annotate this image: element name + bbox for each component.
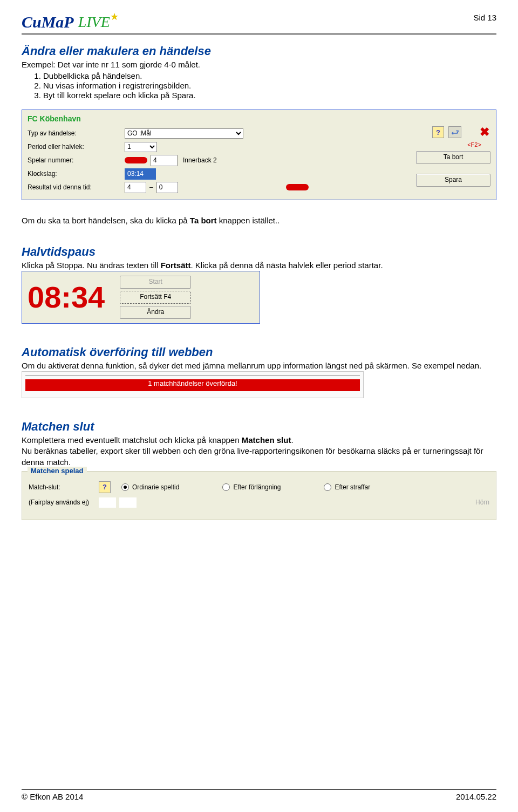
- f2-shortcut-label: <F2>: [458, 141, 490, 148]
- status-message: 1 matchhändelser överförda!: [25, 379, 360, 391]
- match-played-fieldset: Matchen spelad Match-slut: ? Ordinarie s…: [22, 471, 496, 520]
- logo: CuMaP LIVE ★: [22, 13, 121, 31]
- label-match-end: Match-slut:: [29, 483, 99, 491]
- auto-transfer-text: Om du aktiverat denna funktion, så dyker…: [22, 360, 496, 371]
- edit-button[interactable]: Ändra: [120, 306, 191, 319]
- footer-date: 2014.05.22: [456, 792, 496, 801]
- header-divider: [22, 33, 496, 35]
- remove-button[interactable]: Ta bort: [416, 151, 490, 164]
- step-2: Nu visas information i registreringsbild…: [43, 81, 496, 90]
- heading-match-end: Matchen slut: [22, 420, 496, 434]
- statusbar-divider: [25, 375, 360, 376]
- help-icon[interactable]: ?: [432, 126, 444, 138]
- radio-dot-icon: [222, 483, 230, 491]
- start-button[interactable]: Start: [120, 276, 191, 289]
- score-dash: –: [149, 183, 153, 191]
- fairplay-input-2[interactable]: [119, 497, 137, 508]
- event-edit-dialog: FC Köbenhavn Typ av händelse: GO :Mål Pe…: [22, 110, 496, 200]
- input-clock[interactable]: [125, 168, 156, 180]
- page-number: Sid 13: [473, 13, 496, 22]
- heading-edit-event: Ändra eller makulera en händelse: [22, 44, 496, 58]
- halftime-text: Klicka på Stoppa. Nu ändras texten till …: [22, 260, 496, 271]
- star-icon: ★: [110, 11, 119, 23]
- radio-label-penalties: Efter straffar: [335, 483, 370, 491]
- radio-label-extra: Efter förlängning: [233, 483, 281, 491]
- step-1: Dubbelklicka på händelsen.: [43, 71, 496, 80]
- radio-dot-icon: [324, 483, 331, 491]
- steps-list: Dubbelklicka på händelsen. Nu visas info…: [43, 71, 496, 100]
- heading-halftime: Halvtidspaus: [22, 245, 496, 259]
- label-player: Spelar nummer:: [28, 156, 125, 164]
- status-bar-example: 1 matchhändelser överförda!: [22, 371, 364, 398]
- label-clock: Klockslag:: [28, 170, 125, 178]
- logo-text-live: LIVE: [78, 13, 110, 31]
- match-end-p2: Nu beräknas tabeller, export sker till w…: [22, 446, 496, 468]
- match-end-p1: Komplettera med eventuellt matchslut och…: [22, 435, 496, 446]
- select-period[interactable]: 1: [125, 142, 157, 152]
- fairplay-input-1[interactable]: [99, 497, 116, 508]
- clock-display: 08:34: [28, 282, 105, 312]
- save-button[interactable]: Spara: [416, 174, 490, 187]
- heading-auto-transfer: Automatisk överföring till webben: [22, 345, 496, 359]
- input-score-away[interactable]: [156, 182, 178, 193]
- player-position-text: Innerback 2: [183, 156, 217, 164]
- radio-option-penalties[interactable]: Efter straffar: [324, 483, 370, 491]
- fieldset-legend: Matchen spelad: [28, 467, 87, 475]
- footer: © Efkon AB 2014 2014.05.22: [22, 789, 496, 801]
- label-period: Period eller halvlek:: [28, 143, 125, 151]
- select-event-type[interactable]: GO :Mål: [125, 128, 243, 139]
- help-icon[interactable]: ?: [99, 481, 111, 493]
- logo-text-cumap: CuMaP: [22, 13, 74, 31]
- radio-dot-icon: [121, 483, 129, 491]
- remove-hint-text: Om du ska ta bort händelsen, ska du klic…: [22, 215, 496, 226]
- continue-button[interactable]: Fortsätt F4: [120, 291, 191, 304]
- label-fairplay: (Fairplay används ej): [29, 499, 99, 506]
- close-icon[interactable]: ✖: [479, 126, 490, 138]
- step-3: Byt till korrekt spelare och klicka på S…: [43, 91, 496, 100]
- back-icon[interactable]: ⮐: [448, 126, 461, 138]
- dialog-team-name: FC Köbenhavn: [28, 114, 490, 123]
- input-score-home[interactable]: [125, 182, 146, 193]
- footer-copyright: © Efkon AB 2014: [22, 792, 83, 801]
- input-player-number[interactable]: [151, 155, 178, 166]
- label-score: Resultat vid denna tid:: [28, 183, 125, 191]
- highlight-marker-icon: [286, 184, 309, 190]
- radio-option-extra[interactable]: Efter förlängning: [222, 483, 281, 491]
- radio-label-regular: Ordinarie speltid: [132, 483, 179, 491]
- clock-dialog: 08:34 Start Fortsätt F4 Ändra: [22, 271, 260, 324]
- highlight-marker-icon: [125, 157, 147, 163]
- corner-label: Hörn: [475, 499, 489, 506]
- radio-option-regular[interactable]: Ordinarie speltid: [121, 483, 179, 491]
- label-event-type: Typ av händelse:: [28, 129, 125, 137]
- intro-text: Exempel: Det var inte nr 11 som gjorde 4…: [22, 59, 496, 70]
